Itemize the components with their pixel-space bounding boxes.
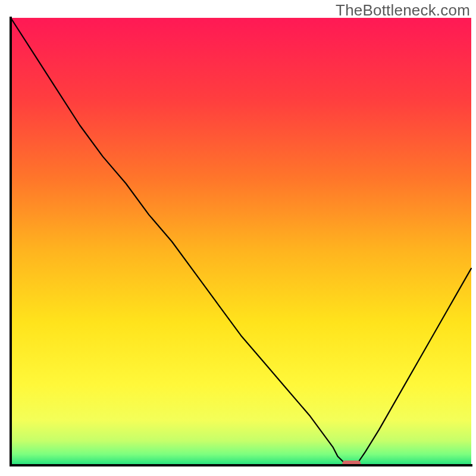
chart-svg [0, 0, 476, 476]
chart-container: TheBottleneck.com [0, 0, 476, 476]
plot-background [11, 18, 471, 465]
